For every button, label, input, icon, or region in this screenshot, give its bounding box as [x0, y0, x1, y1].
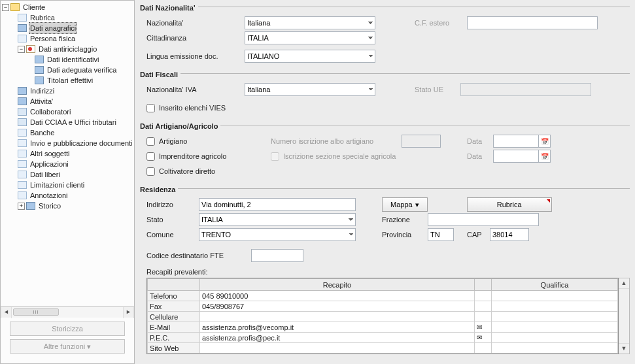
doc-icon — [18, 150, 27, 157]
numisc-label: Numero iscrizione albo artigiano — [271, 137, 402, 145]
folder-icon — [10, 3, 20, 11]
group-fiscali-title: Dati Fiscali — [140, 67, 630, 80]
nazionalita-label: Nazionalita' — [146, 19, 245, 27]
comune-select[interactable]: TRENTO — [199, 228, 356, 241]
doc-icon — [18, 14, 27, 22]
tree-root[interactable]: − Cliente — [2, 2, 134, 12]
doc-icon — [35, 76, 44, 84]
stato-label: Stato — [146, 216, 199, 223]
iscsez-label: Iscrizione sezione speciale agricola — [283, 152, 396, 160]
artigiano-label: Artigiano — [159, 137, 187, 145]
tree-item-altri-soggetti[interactable]: Altri soggetti — [18, 148, 134, 159]
statoue-label: Stato UE — [415, 86, 460, 93]
doc-icon — [26, 202, 35, 210]
table-row[interactable]: P.E.C.assistenza.profis@pec.it✉ — [148, 333, 618, 343]
sidebar-hscrollbar[interactable]: ◄ III ► — [1, 306, 134, 318]
calendar-icon[interactable]: 📅 — [539, 150, 551, 163]
doc-icon — [18, 35, 27, 42]
col-recapito: Recapito — [200, 279, 475, 291]
provincia-input[interactable] — [428, 228, 454, 241]
numisc-input[interactable] — [402, 135, 441, 148]
indirizzo-input[interactable] — [199, 198, 356, 211]
table-row[interactable]: Sito Web — [148, 343, 618, 354]
doc-icon — [18, 87, 27, 95]
recapiti-table[interactable]: Recapito Qualifica Telefono045 89010000 … — [146, 278, 619, 354]
doc-icon — [18, 97, 27, 105]
stack-icon — [18, 108, 27, 116]
lingua-select[interactable]: ITALIANO — [245, 50, 375, 63]
altre-funzioni-button[interactable]: Altre funzioni ▾ — [10, 339, 125, 354]
main-form: Dati Nazionalita' Nazionalita' Italiana … — [135, 0, 635, 364]
expander-minus-icon[interactable]: − — [18, 46, 25, 53]
data1-datepicker[interactable]: 📅 — [493, 135, 551, 148]
iscsez-checkbox — [271, 152, 279, 161]
data2-datepicker[interactable]: 📅 — [493, 150, 551, 163]
imprenditore-checkbox[interactable] — [146, 152, 155, 161]
vies-label: Inserito elenchi VIES — [159, 104, 226, 112]
tree-item-banche[interactable]: Banche — [18, 127, 134, 138]
lingua-label: Lingua emissione doc. — [146, 52, 245, 60]
recapiti-vscrollbar[interactable]: ▲ ▼ — [619, 278, 630, 354]
calendar-icon[interactable]: 📅 — [539, 135, 551, 148]
scroll-left-icon[interactable]: ◄ — [1, 307, 12, 318]
vies-checkbox[interactable] — [146, 104, 155, 112]
expander-plus-icon[interactable]: + — [18, 203, 25, 210]
nav-tree[interactable]: − Cliente Rubrica Dati anagrafici Person… — [1, 1, 134, 306]
tree-item-attivita[interactable]: Attivita' — [18, 96, 134, 107]
table-row[interactable]: Cellulare — [148, 312, 618, 322]
mappa-button[interactable]: Mappa ▾ — [382, 197, 428, 212]
scroll-up-icon[interactable]: ▲ — [619, 278, 629, 289]
artigiano-checkbox[interactable] — [146, 137, 155, 146]
rubrica-button[interactable]: Rubrica — [467, 197, 552, 212]
tree-item-dati-liberi[interactable]: Dati liberi — [18, 169, 134, 180]
doc-icon — [35, 56, 44, 63]
tree-item-limitazioni-clienti[interactable]: Limitazioni clienti — [18, 180, 134, 190]
mail-icon[interactable]: ✉ — [475, 333, 492, 343]
mail-icon[interactable]: ✉ — [475, 322, 492, 333]
tree-item-applicazioni[interactable]: Applicazioni — [18, 159, 134, 169]
tree-item-annotazioni[interactable]: Annotazioni — [18, 190, 134, 201]
naziva-label: Nazionalita' IVA — [146, 86, 245, 93]
scroll-down-icon[interactable]: ▼ — [619, 343, 629, 354]
doc-icon — [35, 66, 44, 74]
tree-item-storico[interactable]: +Storico — [18, 201, 134, 211]
tree-item-dati-adeguata-verifica[interactable]: Dati adeguata verifica — [35, 65, 134, 75]
tree-item-invio-pubblicazione[interactable]: Invio e pubblicazione documenti — [18, 138, 134, 148]
coltivatore-checkbox[interactable] — [146, 167, 155, 176]
nazionalita-select[interactable]: Italiana — [245, 16, 375, 29]
cap-input[interactable] — [490, 228, 529, 241]
frazione-input[interactable] — [428, 213, 539, 226]
doc-icon — [18, 24, 27, 32]
tree-item-rubrica[interactable]: Rubrica — [18, 12, 134, 23]
scroll-right-icon[interactable]: ► — [123, 307, 134, 318]
sidebar-buttons: Storicizza Altre funzioni ▾ — [1, 318, 134, 363]
coltivatore-label: Coltivatore diretto — [159, 167, 215, 175]
tree-item-dati-anagrafici[interactable]: Dati anagrafici — [18, 23, 134, 33]
tree-item-collaboratori[interactable]: Collaboratori — [18, 107, 134, 117]
scroll-track[interactable] — [619, 289, 629, 343]
statoue-select[interactable] — [460, 83, 591, 96]
tree-item-titolari-effettivi[interactable]: Titolari effettivi — [35, 75, 134, 86]
stato-select[interactable]: ITALIA — [199, 213, 356, 226]
table-row[interactable]: Fax045/8908767 — [148, 301, 618, 312]
scroll-track[interactable]: III — [12, 307, 123, 318]
expander-minus-icon[interactable]: − — [2, 4, 9, 11]
doc-icon — [18, 160, 27, 168]
tree-item-dati-identificativi[interactable]: Dati identificativi — [35, 54, 134, 65]
table-row[interactable]: Telefono045 89010000 — [148, 291, 618, 301]
data1-label: Data — [467, 137, 493, 145]
cittadinanza-select[interactable]: ITALIA — [245, 31, 375, 44]
storicizza-button[interactable]: Storicizza — [10, 322, 125, 336]
cfestero-input[interactable] — [467, 16, 598, 29]
table-row[interactable]: E-Mailassistenza.profis@vecomp.it✉ — [148, 322, 618, 333]
tree-item-indirizzi[interactable]: Indirizzi — [18, 86, 134, 96]
tree-item-antiriciclaggio[interactable]: −Dati antiriciclaggio — [18, 44, 134, 54]
frazione-label: Frazione — [382, 216, 428, 223]
sidebar: − Cliente Rubrica Dati anagrafici Person… — [0, 0, 135, 364]
tree-item-dati-cciaa[interactable]: Dati CCIAA e Uffici tributari — [18, 117, 134, 127]
scroll-thumb[interactable]: III — [13, 308, 59, 316]
special-icon — [26, 45, 35, 53]
codfte-input[interactable] — [251, 249, 303, 262]
naziva-select[interactable]: Italiana — [245, 83, 375, 96]
tree-item-persona-fisica[interactable]: Persona fisica — [18, 33, 134, 44]
